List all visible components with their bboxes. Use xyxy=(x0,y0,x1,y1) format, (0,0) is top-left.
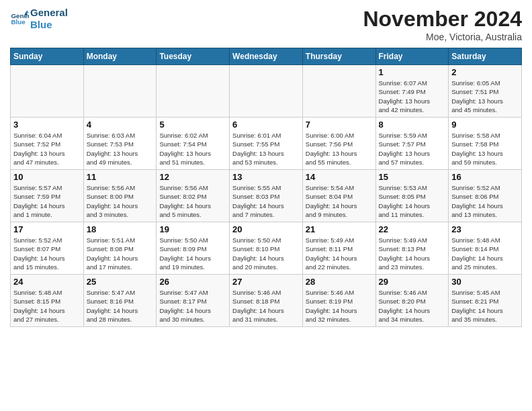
calendar-cell: 3Sunrise: 6:04 AM Sunset: 7:52 PM Daylig… xyxy=(11,118,84,170)
calendar-cell xyxy=(11,65,84,118)
calendar-cell: 25Sunrise: 5:47 AM Sunset: 8:16 PM Dayli… xyxy=(83,275,157,327)
day-number: 29 xyxy=(379,277,446,287)
calendar-cell: 16Sunrise: 5:52 AM Sunset: 8:06 PM Dayli… xyxy=(449,170,522,222)
day-info: Sunrise: 5:56 AM Sunset: 8:00 PM Dayligh… xyxy=(87,183,154,219)
day-info: Sunrise: 5:50 AM Sunset: 8:09 PM Dayligh… xyxy=(159,236,226,271)
day-info: Sunrise: 6:02 AM Sunset: 7:54 PM Dayligh… xyxy=(159,131,226,167)
calendar-cell: 9Sunrise: 5:58 AM Sunset: 7:58 PM Daylig… xyxy=(449,118,522,170)
logo: General Blue General Blue xyxy=(10,7,68,31)
title-block: November 2024 Moe, Victoria, Australia xyxy=(363,7,522,42)
day-number: 27 xyxy=(232,277,300,287)
day-info: Sunrise: 5:46 AM Sunset: 8:18 PM Dayligh… xyxy=(232,288,300,324)
day-info: Sunrise: 5:47 AM Sunset: 8:17 PM Dayligh… xyxy=(159,288,226,324)
calendar-cell: 22Sunrise: 5:49 AM Sunset: 8:13 PM Dayli… xyxy=(375,222,449,275)
calendar-cell: 12Sunrise: 5:56 AM Sunset: 8:02 PM Dayli… xyxy=(157,170,230,222)
calendar-cell xyxy=(302,65,375,118)
day-number: 19 xyxy=(159,224,226,234)
week-row-0: 1Sunrise: 6:07 AM Sunset: 7:49 PM Daylig… xyxy=(11,65,522,118)
day-number: 14 xyxy=(306,172,373,182)
day-number: 28 xyxy=(306,277,373,287)
logo-blue: Blue xyxy=(30,19,68,31)
day-number: 13 xyxy=(232,172,300,182)
calendar-cell: 19Sunrise: 5:50 AM Sunset: 8:09 PM Dayli… xyxy=(157,222,230,275)
logo-icon: General Blue xyxy=(10,9,29,28)
day-number: 23 xyxy=(451,224,519,234)
day-info: Sunrise: 5:57 AM Sunset: 7:59 PM Dayligh… xyxy=(13,183,81,219)
header-saturday: Saturday xyxy=(449,48,522,65)
location: Moe, Victoria, Australia xyxy=(363,32,522,42)
day-number: 12 xyxy=(159,172,226,182)
week-row-2: 10Sunrise: 5:57 AM Sunset: 7:59 PM Dayli… xyxy=(11,170,522,222)
day-number: 2 xyxy=(451,67,519,77)
day-number: 30 xyxy=(451,277,519,287)
calendar-cell: 20Sunrise: 5:50 AM Sunset: 8:10 PM Dayli… xyxy=(230,222,303,275)
day-info: Sunrise: 5:59 AM Sunset: 7:57 PM Dayligh… xyxy=(379,131,446,167)
calendar-cell xyxy=(157,65,230,118)
calendar-cell: 15Sunrise: 5:53 AM Sunset: 8:05 PM Dayli… xyxy=(375,170,449,222)
day-info: Sunrise: 5:51 AM Sunset: 8:08 PM Dayligh… xyxy=(87,236,154,271)
week-row-3: 17Sunrise: 5:52 AM Sunset: 8:07 PM Dayli… xyxy=(11,222,522,275)
day-number: 20 xyxy=(232,224,300,234)
day-number: 6 xyxy=(232,120,300,130)
calendar-cell: 24Sunrise: 5:48 AM Sunset: 8:15 PM Dayli… xyxy=(11,275,84,327)
calendar-body: 1Sunrise: 6:07 AM Sunset: 7:49 PM Daylig… xyxy=(11,65,522,327)
day-info: Sunrise: 6:03 AM Sunset: 7:53 PM Dayligh… xyxy=(87,131,154,167)
day-number: 22 xyxy=(379,224,446,234)
day-info: Sunrise: 5:49 AM Sunset: 8:13 PM Dayligh… xyxy=(379,236,446,271)
week-row-4: 24Sunrise: 5:48 AM Sunset: 8:15 PM Dayli… xyxy=(11,275,522,327)
day-info: Sunrise: 5:48 AM Sunset: 8:15 PM Dayligh… xyxy=(13,288,81,324)
calendar-cell: 10Sunrise: 5:57 AM Sunset: 7:59 PM Dayli… xyxy=(11,170,84,222)
calendar-cell: 8Sunrise: 5:59 AM Sunset: 7:57 PM Daylig… xyxy=(375,118,449,170)
calendar-cell: 18Sunrise: 5:51 AM Sunset: 8:08 PM Dayli… xyxy=(83,222,157,275)
day-number: 18 xyxy=(87,224,154,234)
day-info: Sunrise: 5:49 AM Sunset: 8:11 PM Dayligh… xyxy=(306,236,373,271)
calendar-cell: 13Sunrise: 5:55 AM Sunset: 8:03 PM Dayli… xyxy=(230,170,303,222)
header-monday: Monday xyxy=(83,48,157,65)
day-number: 3 xyxy=(13,120,81,130)
week-row-1: 3Sunrise: 6:04 AM Sunset: 7:52 PM Daylig… xyxy=(11,118,522,170)
calendar-cell xyxy=(83,65,157,118)
day-info: Sunrise: 5:56 AM Sunset: 8:02 PM Dayligh… xyxy=(159,183,226,219)
logo-general: General xyxy=(30,7,68,19)
day-number: 7 xyxy=(306,120,373,130)
calendar-cell: 1Sunrise: 6:07 AM Sunset: 7:49 PM Daylig… xyxy=(375,65,449,118)
header-sunday: Sunday xyxy=(11,48,84,65)
day-number: 26 xyxy=(159,277,226,287)
calendar-cell: 4Sunrise: 6:03 AM Sunset: 7:53 PM Daylig… xyxy=(83,118,157,170)
calendar-cell: 7Sunrise: 6:00 AM Sunset: 7:56 PM Daylig… xyxy=(302,118,375,170)
day-info: Sunrise: 5:46 AM Sunset: 8:20 PM Dayligh… xyxy=(379,288,446,324)
calendar-table: SundayMondayTuesdayWednesdayThursdayFrid… xyxy=(10,48,522,327)
svg-text:Blue: Blue xyxy=(11,18,26,26)
calendar-cell: 23Sunrise: 5:48 AM Sunset: 8:14 PM Dayli… xyxy=(449,222,522,275)
header-thursday: Thursday xyxy=(302,48,375,65)
header: General Blue General Blue November 2024 … xyxy=(10,7,522,42)
calendar-cell: 14Sunrise: 5:54 AM Sunset: 8:04 PM Dayli… xyxy=(302,170,375,222)
day-info: Sunrise: 5:54 AM Sunset: 8:04 PM Dayligh… xyxy=(306,183,373,219)
day-info: Sunrise: 5:55 AM Sunset: 8:03 PM Dayligh… xyxy=(232,183,300,219)
calendar-cell: 30Sunrise: 5:45 AM Sunset: 8:21 PM Dayli… xyxy=(449,275,522,327)
day-number: 8 xyxy=(379,120,446,130)
day-info: Sunrise: 5:58 AM Sunset: 7:58 PM Dayligh… xyxy=(451,131,519,167)
day-number: 5 xyxy=(159,120,226,130)
day-info: Sunrise: 5:45 AM Sunset: 8:21 PM Dayligh… xyxy=(451,288,519,324)
calendar-cell: 11Sunrise: 5:56 AM Sunset: 8:00 PM Dayli… xyxy=(83,170,157,222)
header-tuesday: Tuesday xyxy=(157,48,230,65)
calendar-cell: 6Sunrise: 6:01 AM Sunset: 7:55 PM Daylig… xyxy=(230,118,303,170)
day-number: 11 xyxy=(87,172,154,182)
day-number: 15 xyxy=(379,172,446,182)
day-info: Sunrise: 5:46 AM Sunset: 8:19 PM Dayligh… xyxy=(306,288,373,324)
header-wednesday: Wednesday xyxy=(230,48,303,65)
calendar-cell: 17Sunrise: 5:52 AM Sunset: 8:07 PM Dayli… xyxy=(11,222,84,275)
calendar-cell: 26Sunrise: 5:47 AM Sunset: 8:17 PM Dayli… xyxy=(157,275,230,327)
day-number: 24 xyxy=(13,277,81,287)
day-number: 10 xyxy=(13,172,81,182)
calendar-cell: 28Sunrise: 5:46 AM Sunset: 8:19 PM Dayli… xyxy=(302,275,375,327)
day-number: 17 xyxy=(13,224,81,234)
header-friday: Friday xyxy=(375,48,449,65)
page-container: General Blue General Blue November 2024 … xyxy=(0,0,532,334)
day-number: 4 xyxy=(87,120,154,130)
day-number: 1 xyxy=(379,67,446,77)
day-number: 9 xyxy=(451,120,519,130)
day-info: Sunrise: 5:50 AM Sunset: 8:10 PM Dayligh… xyxy=(232,236,300,271)
day-info: Sunrise: 5:52 AM Sunset: 8:07 PM Dayligh… xyxy=(13,236,81,271)
